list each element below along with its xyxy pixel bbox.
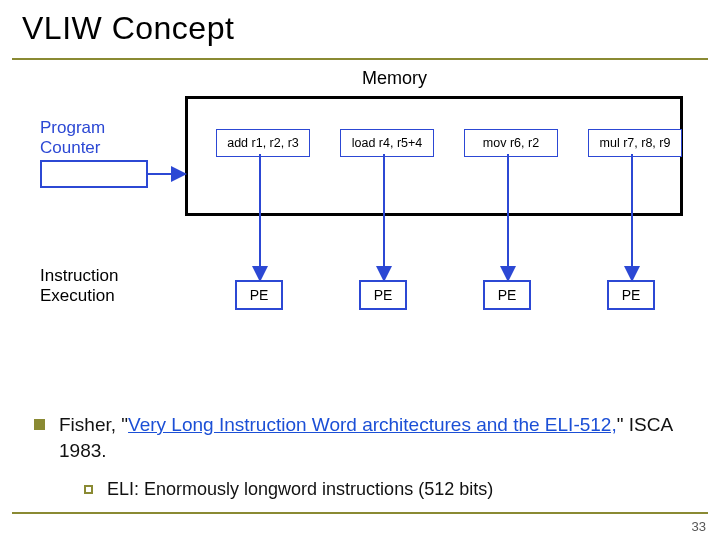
bullet-text: Fisher, "Very Long Instruction Word arch… [59,412,684,463]
bullet-list: Fisher, "Very Long Instruction Word arch… [34,412,684,500]
vliw-slot-2: mov r6, r2 [464,129,558,157]
instruction-execution-label: Instruction Execution [40,266,118,306]
title-divider [12,58,708,60]
slide-title: VLIW Concept [22,10,234,47]
program-counter-box [40,160,148,188]
bullet-item: Fisher, "Very Long Instruction Word arch… [34,412,684,463]
pc-label-line2: Counter [40,138,100,157]
pe-2: PE [483,280,531,310]
citation-prefix: Fisher, " [59,414,128,435]
vliw-diagram: Memory Program Counter add r1, r2, r3 lo… [0,62,720,372]
sub-bullet-item: ELI: Enormously longword instructions (5… [84,479,684,500]
page-number: 33 [692,519,706,534]
pe-0: PE [235,280,283,310]
instruction-word-box: add r1, r2, r3 load r4, r5+4 mov r6, r2 … [185,96,683,216]
vliw-slot-1: load r4, r5+4 [340,129,434,157]
vliw-slot-3: mul r7, r8, r9 [588,129,682,157]
pe-1: PE [359,280,407,310]
sub-bullet-text: ELI: Enormously longword instructions (5… [107,479,493,500]
memory-label: Memory [362,68,427,89]
pe-3: PE [607,280,655,310]
citation-link[interactable]: Very Long Instruction Word architectures… [128,414,617,435]
ie-label-line1: Instruction [40,266,118,285]
footer-divider [12,512,708,514]
square-outline-bullet-icon [84,485,93,494]
square-bullet-icon [34,419,45,430]
ie-label-line2: Execution [40,286,115,305]
pc-label-line1: Program [40,118,105,137]
program-counter-label: Program Counter [40,118,105,158]
vliw-slot-0: add r1, r2, r3 [216,129,310,157]
